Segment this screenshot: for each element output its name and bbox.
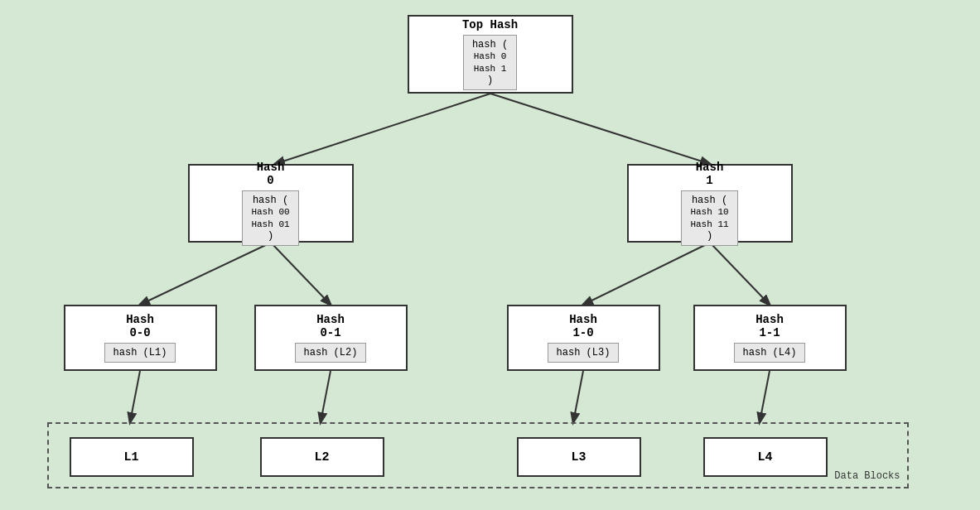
data-block-l1: L1 [70, 437, 194, 477]
svg-line-2 [140, 243, 271, 305]
hash10-title: Hash 1-0 [569, 313, 597, 339]
hash11-title: Hash 1-1 [756, 313, 784, 339]
hash10-formula: hash (L3) [548, 343, 620, 363]
top-hash-formula: hash ( Hash 0 Hash 1 ) [463, 35, 517, 90]
svg-line-5 [710, 243, 770, 305]
hash1-title: Hash 1 [696, 161, 724, 187]
svg-line-8 [573, 371, 583, 422]
hash00-title: Hash 0-0 [126, 313, 154, 339]
svg-line-3 [271, 243, 331, 305]
top-hash-formula-line1: Hash 0 [474, 51, 507, 62]
svg-line-9 [760, 371, 770, 422]
hash10-node: Hash 1-0 hash (L3) [507, 305, 660, 371]
merkle-tree-diagram: Top Hash hash ( Hash 0 Hash 1 ) Hash 0 h… [35, 11, 946, 499]
data-block-l3: L3 [517, 437, 641, 477]
data-block-l2: L2 [260, 437, 384, 477]
svg-line-7 [321, 371, 331, 422]
data-blocks-label: Data Blocks [834, 470, 900, 482]
hash00-formula: hash (L1) [104, 343, 176, 363]
hash11-formula: hash (L4) [734, 343, 806, 363]
hash1-node: Hash 1 hash ( Hash 10 Hash 11 ) [627, 164, 793, 243]
hash11-node: Hash 1-1 hash (L4) [693, 305, 847, 371]
hash0-formula: hash ( Hash 00 Hash 01 ) [242, 190, 298, 246]
hash00-node: Hash 0-0 hash (L1) [64, 305, 217, 371]
hash01-node: Hash 0-1 hash (L2) [254, 305, 408, 371]
top-hash-title: Top Hash [462, 18, 518, 31]
svg-line-6 [130, 371, 140, 422]
svg-line-4 [583, 243, 710, 305]
top-hash-node: Top Hash hash ( Hash 0 Hash 1 ) [408, 15, 573, 94]
hash1-formula: hash ( Hash 10 Hash 11 ) [681, 190, 737, 246]
hash0-title: Hash 0 [257, 161, 285, 187]
svg-line-1 [490, 94, 710, 164]
hash0-node: Hash 0 hash ( Hash 00 Hash 01 ) [188, 164, 354, 243]
svg-line-0 [275, 94, 490, 164]
hash01-formula: hash (L2) [295, 343, 367, 363]
hash01-title: Hash 0-1 [316, 313, 345, 339]
top-hash-formula-line2: Hash 1 [474, 63, 507, 75]
data-blocks-container: L1 L2 L3 L4 Data Blocks [47, 422, 909, 488]
data-block-l4: L4 [703, 437, 828, 477]
